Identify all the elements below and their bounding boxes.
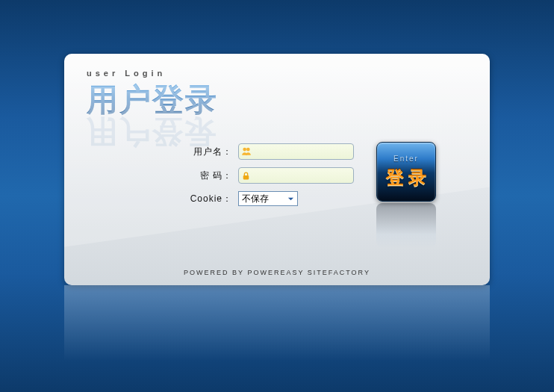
login-button-sub: Enter [393,155,419,163]
password-input[interactable] [251,168,354,183]
username-label: 用户名： [187,146,238,158]
cookie-selected-value: 不保存 [242,193,269,205]
panel-reflection [64,285,490,375]
username-input-wrap[interactable] [238,143,354,160]
username-input[interactable] [252,144,354,159]
panel-subtitle: user Login [87,69,218,78]
chevron-down-icon [285,193,296,204]
username-row: 用户名： [187,143,354,160]
password-row: 密 码： [187,167,354,184]
panel-header: user Login 用户登录 用户登录 [87,69,218,152]
login-form: 用户名： 密 码： Cookie： 不保存 [187,143,354,214]
cookie-row: Cookie： 不保存 [187,191,354,206]
user-icon [241,145,252,158]
footer-text: POWERED BY POWEREASY SITEFACTORY [64,269,490,276]
password-label: 密 码： [187,169,238,182]
svg-point-0 [243,148,246,152]
login-button-reflection [376,203,436,248]
svg-rect-2 [243,175,249,178]
login-button-label: 登录 [382,166,431,190]
lock-icon [241,169,251,182]
login-panel: user Login 用户登录 用户登录 用户名： 密 码： Cook [64,54,490,285]
svg-point-1 [246,148,250,152]
login-button[interactable]: Enter 登录 [376,142,436,202]
password-input-wrap[interactable] [238,167,354,184]
cookie-label: Cookie： [187,193,238,205]
cookie-select[interactable]: 不保存 [238,191,298,206]
